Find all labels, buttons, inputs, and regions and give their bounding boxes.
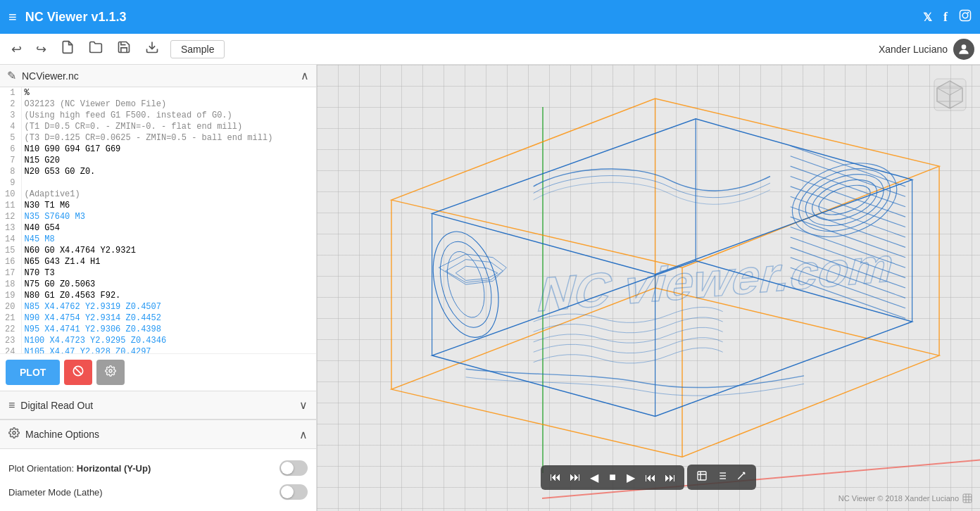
table-row: 4(T1 D=0.5 CR=0. - ZMIN=-0. - flat end m… — [0, 121, 316, 132]
instagram-icon[interactable] — [959, 9, 972, 25]
table-row: 8N20 G53 G0 Z0. — [0, 166, 316, 177]
nc-drawing: NC viewer.com — [317, 65, 980, 511]
line-number: 9 — [0, 177, 21, 189]
facebook-icon[interactable]: f — [943, 10, 948, 25]
table-row: 21N90 X4.4754 Y2.9314 Z0.4452 — [0, 313, 316, 324]
tool-icon-button[interactable] — [693, 469, 711, 486]
line-code: (Adaptive1) — [21, 189, 316, 200]
menu-icon[interactable]: ≡ — [8, 9, 17, 25]
step-forward-button[interactable]: ⏭ — [641, 469, 659, 486]
line-code: N85 X4.4762 Y2.9319 Z0.4507 — [21, 301, 316, 313]
line-code: N10 G90 G94 G17 G69 — [21, 144, 316, 155]
username: Xander Luciano — [879, 44, 948, 55]
line-code: N40 G54 — [21, 222, 316, 234]
list-view-button[interactable] — [712, 469, 731, 486]
svg-point-8 — [13, 431, 15, 434]
editor-controls: PLOT — [0, 353, 316, 391]
watermark-text: NC Viewer © 2018 Xander Luciano — [838, 494, 959, 503]
table-row: 18N75 G0 Z0.5063 — [0, 279, 316, 290]
new-file-button[interactable] — [55, 37, 80, 61]
line-code: (T1 D=0.5 CR=0. - ZMIN=-0. - flat end mi… — [21, 121, 316, 132]
step-back-button[interactable]: ⏭ — [566, 469, 584, 486]
svg-line-29 — [791, 187, 905, 227]
line-code: N30 T1 M6 — [21, 200, 316, 211]
line-number: 2 — [0, 99, 21, 110]
editor-collapse-button[interactable]: ∧ — [301, 69, 309, 82]
twitter-icon[interactable]: 𝕏 — [923, 11, 932, 24]
table-row: 17N70 T3 — [0, 267, 316, 279]
table-row: 12N35 S7640 M3 — [0, 211, 316, 222]
edit-icon: ✎ — [7, 69, 16, 82]
editor-section: ✎ NCViewer.nc ∧ 1%2O32123 (NC Viewer Dem… — [0, 65, 316, 391]
viewer-panel[interactable]: NC viewer.com — [317, 65, 980, 511]
save-button[interactable] — [111, 37, 137, 61]
line-code: N75 G0 Z0.5063 — [21, 279, 316, 290]
play-button[interactable]: ▶ — [622, 469, 639, 486]
stop-button[interactable]: ■ — [604, 469, 621, 486]
viewer-watermark: NC Viewer © 2018 Xander Luciano — [838, 493, 973, 504]
plot-button[interactable]: PLOT — [6, 360, 60, 385]
line-number: 3 — [0, 110, 21, 121]
skip-to-end-button[interactable]: ⏮ — [660, 469, 679, 486]
table-row: 23N100 X4.4723 Y2.9295 Z0.4346 — [0, 335, 316, 346]
line-code: N70 T3 — [21, 267, 316, 279]
playback-bar: ⏮ ⏭ ◀ ■ ▶ ⏭ ⏮ — [541, 465, 756, 490]
svg-point-7 — [109, 370, 112, 372]
machine-options-content: Plot Orientation: Horizontal (Y-Up) Diam… — [0, 449, 316, 511]
clear-button[interactable] — [64, 360, 92, 385]
plot-orientation-option: Plot Orientation: Horizontal (Y-Up) — [8, 456, 308, 480]
topbar: ≡ NC Viewer v1.1.3 𝕏 f — [0, 0, 980, 34]
line-number: 23 — [0, 335, 21, 346]
svg-point-4 — [962, 44, 967, 49]
plot-orientation-label: Plot Orientation: Horizontal (Y-Up) — [8, 463, 151, 474]
table-row: 22N95 X4.4741 Y2.9306 Z0.4398 — [0, 324, 316, 335]
sample-button[interactable]: Sample — [170, 40, 225, 58]
line-code — [21, 177, 316, 189]
line-number: 6 — [0, 144, 21, 155]
machine-options-header[interactable]: Machine Options ∧ — [0, 420, 316, 449]
play-reverse-button[interactable]: ◀ — [586, 469, 603, 486]
line-code: N15 G20 — [21, 155, 316, 166]
svg-point-1 — [962, 13, 968, 18]
line-code: N90 X4.4754 Y2.9314 Z0.4452 — [21, 313, 316, 324]
machine-options-section: Machine Options ∧ Plot Orientation: Hori… — [0, 419, 316, 511]
table-row: 16N65 G43 Z1.4 H1 — [0, 256, 316, 267]
table-row: 1% — [0, 87, 316, 99]
line-number: 20 — [0, 301, 21, 313]
line-code: O32123 (NC Viewer Demo File) — [21, 99, 316, 110]
table-row: 13N40 G54 — [0, 222, 316, 234]
toggle-knob-2 — [281, 486, 294, 498]
redo-button[interactable]: ↪ — [30, 39, 52, 60]
dro-section: ≡ Digital Read Out ∨ — [0, 391, 316, 419]
line-number: 10 — [0, 189, 21, 200]
line-code: N80 G1 Z0.4563 F92. — [21, 290, 316, 301]
left-panel: ✎ NCViewer.nc ∧ 1%2O32123 (NC Viewer Dem… — [0, 65, 317, 511]
line-number: 21 — [0, 313, 21, 324]
svg-point-42 — [807, 172, 882, 228]
diameter-mode-toggle[interactable] — [279, 484, 308, 500]
line-number: 18 — [0, 279, 21, 290]
social-icons: 𝕏 f — [923, 9, 972, 25]
line-number: 19 — [0, 290, 21, 301]
code-editor[interactable]: 1%2O32123 (NC Viewer Demo File)3(Using h… — [0, 87, 316, 353]
open-file-button[interactable] — [83, 37, 108, 61]
avatar[interactable] — [953, 39, 974, 60]
svg-rect-61 — [963, 494, 972, 503]
settings-button[interactable] — [96, 360, 125, 385]
table-row: 5(T3 D=0.125 CR=0.0625 - ZMIN=0.5 - ball… — [0, 132, 316, 144]
measure-button[interactable] — [732, 469, 750, 486]
dro-header[interactable]: ≡ Digital Read Out ∨ — [0, 391, 316, 419]
machine-options-chevron-icon: ∧ — [299, 428, 308, 441]
table-row: 10(Adaptive1) — [0, 189, 316, 200]
svg-point-40 — [791, 157, 899, 243]
transport-controls: ⏮ ⏭ ◀ ■ ▶ ⏭ ⏮ — [541, 465, 684, 490]
diameter-mode-option: Diameter Mode (Lathe) — [8, 480, 308, 504]
download-button[interactable] — [139, 37, 165, 61]
svg-line-6 — [75, 367, 82, 374]
diameter-mode-label: Diameter Mode (Lathe) — [8, 487, 103, 498]
plot-orientation-toggle[interactable] — [279, 460, 308, 476]
skip-to-start-button[interactable]: ⏮ — [546, 469, 565, 486]
table-row: 20N85 X4.4762 Y2.9319 Z0.4507 — [0, 301, 316, 313]
undo-button[interactable]: ↩ — [6, 39, 27, 60]
dro-chevron-icon: ∨ — [299, 398, 308, 412]
